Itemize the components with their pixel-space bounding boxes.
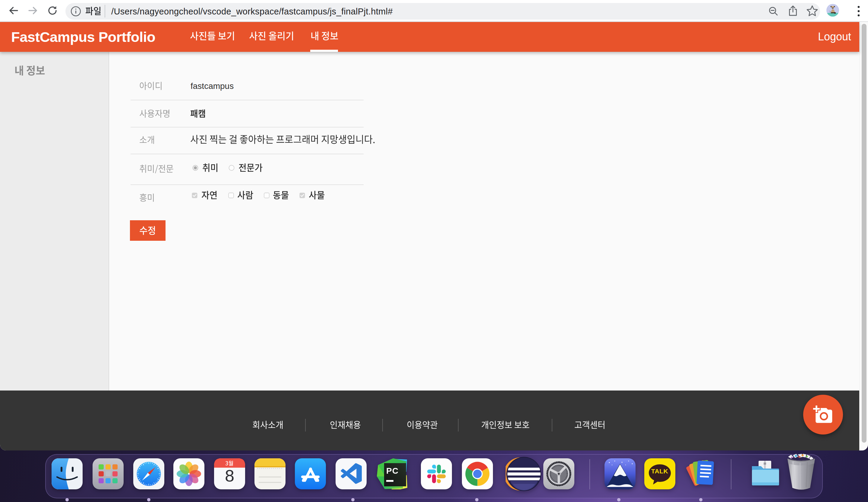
svg-text:8: 8 xyxy=(225,466,234,485)
svg-text:PC: PC xyxy=(386,466,399,475)
